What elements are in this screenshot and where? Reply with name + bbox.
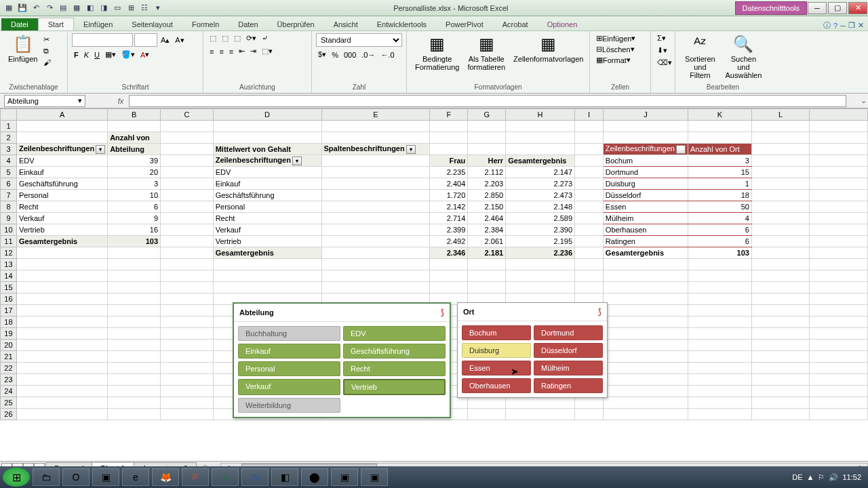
cell[interactable] <box>751 282 810 293</box>
cell[interactable]: Einkauf <box>16 167 107 178</box>
cell[interactable]: Duisburg <box>603 178 688 190</box>
cell[interactable] <box>751 155 810 167</box>
cell[interactable] <box>506 259 575 270</box>
cell[interactable] <box>161 247 214 259</box>
italic-button[interactable]: K <box>82 50 91 60</box>
cell[interactable]: 9 <box>108 213 161 224</box>
cell[interactable] <box>16 363 107 374</box>
currency-icon[interactable]: $▾ <box>316 49 328 60</box>
tab-insert[interactable]: Einfügen <box>74 18 122 30</box>
cell[interactable]: 2.235 <box>430 167 468 178</box>
cell[interactable] <box>506 144 575 155</box>
redo-icon[interactable]: ↷ <box>43 2 56 14</box>
cell[interactable] <box>108 328 161 340</box>
cell[interactable] <box>751 121 810 132</box>
cell[interactable] <box>108 247 161 259</box>
row-header[interactable]: 21 <box>1 351 17 363</box>
cell[interactable] <box>321 132 430 144</box>
cell[interactable] <box>468 282 506 293</box>
cell[interactable]: Essen <box>603 201 688 213</box>
row-header[interactable]: 14 <box>1 270 17 282</box>
cell[interactable] <box>810 317 868 328</box>
taskbar-item[interactable]: 🗀 <box>33 468 60 486</box>
cell[interactable]: 2.346 <box>430 247 468 259</box>
slicer-abteilung[interactable]: Abteilung⟆ BuchhaltungEDVEinkaufGeschäft… <box>233 302 451 418</box>
cell[interactable]: Gesamtergebnis <box>213 247 321 259</box>
cell[interactable] <box>688 121 751 132</box>
cell[interactable] <box>321 247 430 259</box>
cell[interactable] <box>468 259 506 270</box>
cell[interactable]: 1 <box>688 178 751 190</box>
cell[interactable] <box>810 293 868 305</box>
cell[interactable] <box>16 247 107 259</box>
cell[interactable] <box>603 305 688 317</box>
cell[interactable] <box>161 317 214 328</box>
align-mid-icon[interactable]: ⬚ <box>220 33 231 43</box>
align-right-icon[interactable]: ≡ <box>227 47 235 56</box>
tab-review[interactable]: Überprüfen <box>268 18 324 30</box>
cell[interactable]: Oberhausen <box>603 224 688 236</box>
qat-icon[interactable]: ◧ <box>84 2 96 14</box>
cell[interactable] <box>603 363 688 374</box>
cell[interactable] <box>751 386 810 397</box>
slicer-item[interactable]: Duisburg <box>462 343 531 358</box>
cell[interactable]: 1.720 <box>430 190 468 201</box>
fill-icon[interactable]: ⬇▾ <box>655 45 671 56</box>
cell[interactable] <box>108 363 161 374</box>
cell[interactable] <box>810 270 868 282</box>
cell[interactable] <box>321 259 430 270</box>
cell[interactable] <box>16 282 107 293</box>
slicer-item[interactable]: Essen <box>462 361 531 375</box>
column-header[interactable]: J <box>603 109 688 121</box>
cell[interactable] <box>161 224 214 236</box>
slicer-item[interactable]: Ratingen <box>534 378 603 393</box>
cell[interactable] <box>575 167 604 178</box>
cell[interactable]: 2.203 <box>468 178 506 190</box>
cell[interactable]: 2.404 <box>430 178 468 190</box>
clear-filter-icon[interactable]: ⟆ <box>598 307 601 317</box>
cell[interactable] <box>161 167 214 178</box>
cell[interactable]: 2.589 <box>506 213 575 224</box>
cell[interactable]: Herr <box>468 155 506 167</box>
cell[interactable] <box>161 397 214 409</box>
cell[interactable] <box>575 247 604 259</box>
cell[interactable] <box>688 282 751 293</box>
column-header[interactable]: B <box>108 109 161 121</box>
cell[interactable] <box>688 340 751 351</box>
column-header[interactable]: G <box>468 109 506 121</box>
cell[interactable] <box>161 409 214 420</box>
cell[interactable]: Gesamtergebnis <box>16 236 107 247</box>
cell[interactable] <box>213 121 321 132</box>
cell[interactable] <box>575 121 604 132</box>
cell[interactable] <box>161 282 214 293</box>
cell[interactable]: Frau <box>430 155 468 167</box>
cell[interactable]: 2.273 <box>506 178 575 190</box>
slicer-item[interactable]: Bochum <box>462 325 531 340</box>
qat-more-icon[interactable]: ▾ <box>152 2 164 14</box>
taskbar-item[interactable]: P <box>182 468 209 486</box>
border-icon[interactable]: ▦▾ <box>103 49 118 60</box>
cell[interactable]: Zeilenbeschriftungen▾ <box>213 155 321 167</box>
cell[interactable] <box>16 270 107 282</box>
cell[interactable]: 6 <box>108 201 161 213</box>
cell[interactable] <box>575 144 604 155</box>
delete-cells-button[interactable]: ⊟ Löschen ▾ <box>594 44 646 54</box>
cell[interactable]: Zeilenbeschriftungen▾ <box>603 144 688 155</box>
row-header[interactable]: 16 <box>1 293 17 305</box>
cell[interactable] <box>161 374 214 386</box>
cell[interactable] <box>810 397 868 409</box>
cell[interactable] <box>321 121 430 132</box>
cell[interactable] <box>108 121 161 132</box>
cell[interactable] <box>751 340 810 351</box>
cell[interactable] <box>430 259 468 270</box>
cell[interactable]: 2.464 <box>468 213 506 224</box>
name-box[interactable]: Abteilung▾ <box>4 95 85 107</box>
underline-button[interactable]: U <box>92 50 102 60</box>
row-header[interactable]: 25 <box>1 397 17 409</box>
filter-icon[interactable]: ▾ <box>292 157 302 165</box>
font-family-combo[interactable] <box>72 33 133 47</box>
row-header[interactable]: 2 <box>1 132 17 144</box>
cell[interactable] <box>810 167 868 178</box>
cell[interactable] <box>603 328 688 340</box>
filter-icon[interactable]: ▾ <box>406 145 416 154</box>
